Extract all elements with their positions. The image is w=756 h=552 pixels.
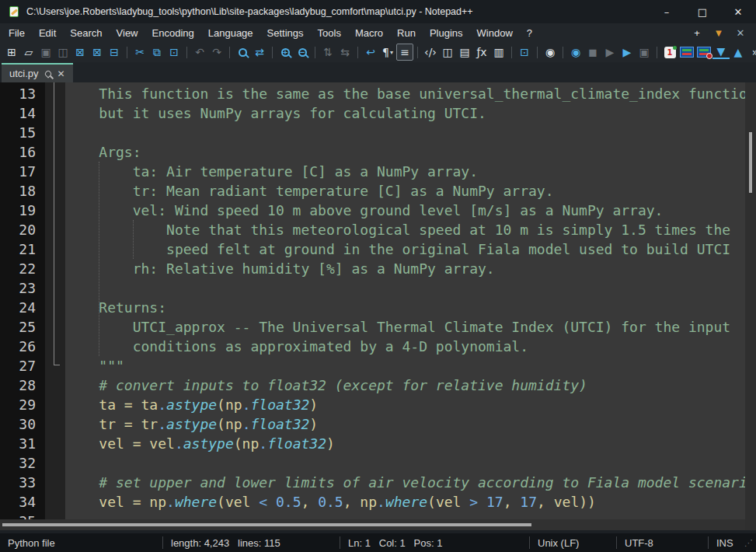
macro-stop-button[interactable]: ◼ [584,44,601,61]
menu-plugins[interactable]: Plugins [423,25,470,41]
zoom-out-icon: − [298,48,307,57]
new-tab-icon[interactable]: + [688,27,706,39]
line-number: 14 [0,103,36,123]
show-all-characters-button[interactable]: ¶▾ [379,44,396,61]
line-number: 33 [0,473,36,492]
macro-run-multiple-button[interactable]: ▶ [618,44,636,61]
code-line: UTCI_approx -- The Universal Thermal Cli… [65,317,756,337]
pin-icon[interactable] [44,69,52,78]
close-tab-icon[interactable]: ✕ [731,27,750,39]
replace-button[interactable]: ⇄ [251,44,268,61]
tab-bar: utci.py✕ [0,62,756,82]
editor-region: 1314151617181920212223242526272829303132… [0,82,756,530]
vertical-scrollbar[interactable] [745,82,756,530]
horizontal-scrollbar[interactable] [0,519,745,530]
status-encoding[interactable]: UTF-8 [617,536,709,549]
menu-help[interactable]: ? [520,25,539,41]
status-doc-size: length: 4,243 lines: 115 [163,536,340,549]
zoom-out-button[interactable]: − [294,44,311,61]
menu-window[interactable]: Window [470,25,520,41]
goto-first-diff-button[interactable]: ▼ [712,45,730,59]
toolbar-separator [127,47,127,58]
vertical-scrollbar-thumb[interactable] [749,132,752,193]
sync-horizontal-scroll-button[interactable]: ⇆ [336,44,354,61]
menu-view[interactable]: View [110,25,145,41]
minimize-button[interactable]: – [649,0,685,23]
undo-button[interactable]: ↶ [191,44,208,61]
code-editor[interactable]: This function is the same as the base un… [65,82,756,530]
save-all-button[interactable]: ◫ [54,44,71,61]
new-file-button[interactable]: ⊞ [3,44,20,61]
macro-play-button[interactable]: ▶ [601,44,618,61]
status-cursor-position: Ln: 1 Col: 1 Pos: 1 [340,536,530,549]
monitoring-button[interactable]: ⊡ [516,44,533,61]
sync-vertical-scroll-button[interactable]: ⇅ [319,44,336,61]
compare-set-first-button[interactable]: 1 [661,44,678,61]
monitor-icon: ⊡ [520,46,529,58]
copy-button[interactable]: ⧉ [148,44,165,61]
redo-button[interactable]: ↷ [208,44,225,61]
fold-margin[interactable] [45,82,65,530]
menu-run[interactable]: Run [390,25,423,41]
open-folder-icon: ▱ [25,46,33,58]
user-defined-language-button[interactable]: ‹/› [422,44,439,61]
magnifier-icon [239,48,247,57]
maximize-button[interactable]: □ [685,0,720,23]
menu-tools[interactable]: Tools [311,25,348,41]
horizontal-scrollbar-thumb[interactable] [2,523,531,526]
print-button[interactable]: ⊟ [106,44,123,61]
toolbar-separator [315,47,315,58]
close-all-button[interactable]: ⊠ [89,44,106,61]
menu-edit[interactable]: Edit [32,25,63,41]
sync-vertical-icon: ⇅ [323,46,333,58]
folder-as-workspace-button[interactable]: ▥ [490,44,507,61]
goto-prev-diff-button[interactable]: ▲ [730,44,747,61]
eye-icon: ◉ [545,46,555,58]
compare-clear-button[interactable] [695,44,712,61]
pilcrow-icon: ¶ [382,46,389,58]
cut-button[interactable]: ✂ [131,44,148,61]
close-button[interactable]: ✕ [720,0,756,23]
compare-button[interactable] [678,44,695,61]
menu-encoding[interactable]: Encoding [145,25,201,41]
find-button[interactable] [234,44,251,61]
line-number: 25 [0,317,36,337]
macro-record-button[interactable]: ◉ [567,44,584,61]
line-number: 28 [0,376,36,395]
open-file-button[interactable]: ▱ [20,44,37,61]
tab-list-dropdown-icon[interactable]: ▼ [709,27,728,39]
word-wrap-button[interactable]: ↩ [362,44,379,61]
save-icon: ▣ [40,46,51,58]
indent-guide-icon: ≡ [400,46,409,58]
resize-grip-icon[interactable]: ⋰ [744,538,756,548]
tab-utci-py[interactable]: utci.py✕ [2,63,73,82]
document-map-button[interactable]: ◫ [439,44,456,61]
show-indent-guide-button[interactable]: ≡ [396,44,413,61]
paste-button[interactable]: ⊡ [165,44,183,61]
function-list-button[interactable]: ƒx [473,44,490,61]
macro-save-button[interactable]: ▣ [636,44,653,61]
code-line: # convert inputs to float32 (except for … [65,376,756,395]
line-number: 19 [0,201,36,220]
menu-language[interactable]: Language [201,25,260,41]
zoom-in-button[interactable]: + [277,44,294,61]
code-line: """ [65,356,756,376]
menu-macro[interactable]: Macro [348,25,390,41]
close-tab-icon[interactable]: ✕ [57,68,65,79]
compare-first-icon: 1 [664,47,676,58]
status-eol-format[interactable]: Unix (LF) [530,536,617,549]
menu-file[interactable]: File [2,25,32,41]
line-number: 24 [0,298,36,317]
scissors-icon: ✂ [135,46,145,58]
status-insert-mode[interactable]: INS [709,536,744,549]
menu-search[interactable]: Search [63,25,109,41]
view-in-browser-button[interactable]: ◉ [542,44,559,61]
line-number: 30 [0,414,36,434]
menu-settings[interactable]: Settings [260,25,311,41]
document-list-button[interactable]: ▤ [456,44,473,61]
toolbar-overflow-button[interactable]: » [747,44,756,61]
code-line: ta = ta.astype(np.float32) [65,395,756,414]
notepad-plus-plus-logo-icon [8,5,20,18]
close-file-button[interactable]: ⊠ [71,44,89,61]
save-button[interactable]: ▣ [37,44,54,61]
